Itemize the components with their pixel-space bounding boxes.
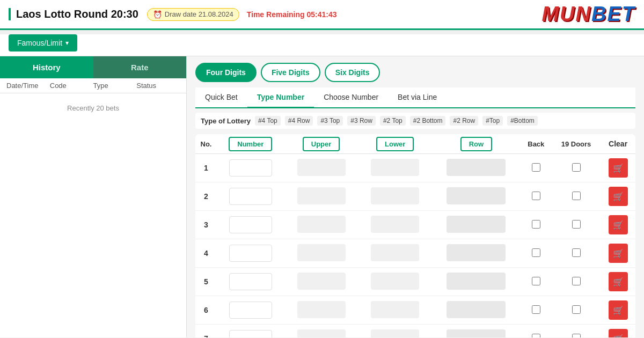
back-checkbox[interactable] — [532, 305, 540, 314]
19doors-checkbox[interactable] — [572, 192, 581, 200]
famous-limit-button[interactable]: Famous/Limit ▾ — [9, 34, 77, 52]
19doors-checkbox[interactable] — [572, 334, 581, 338]
tab-type-number[interactable]: Type Number — [247, 87, 314, 108]
col-code: Code — [50, 82, 93, 90]
delete-row-button[interactable]: 🛒 — [609, 329, 628, 337]
19doors-checkbox[interactable] — [572, 305, 581, 314]
19doors-checkbox[interactable] — [572, 163, 581, 172]
delete-row-button[interactable]: 🛒 — [609, 158, 628, 178]
header: Laos Lotto Round 20:30 ⏰ Draw date 21.08… — [0, 0, 644, 30]
delete-row-button[interactable]: 🛒 — [609, 300, 628, 320]
delete-row-button[interactable]: 🛒 — [609, 215, 628, 234]
tag-4top: #4 Top — [255, 116, 281, 126]
logo-area: MUNBET — [541, 3, 635, 26]
number-input[interactable] — [229, 245, 272, 262]
lower-field — [358, 239, 432, 268]
main-layout: History Rate Date/Time Code Type Status … — [0, 56, 644, 337]
back-checkbox-cell[interactable] — [521, 182, 552, 211]
number-input[interactable] — [229, 188, 272, 205]
number-input-cell[interactable] — [217, 154, 284, 182]
row-field — [432, 154, 521, 182]
number-input-cell[interactable] — [217, 268, 284, 296]
back-checkbox-cell[interactable] — [521, 239, 552, 268]
sidebar-tab-history[interactable]: History — [0, 56, 93, 78]
back-checkbox-cell[interactable] — [521, 325, 552, 338]
delete-row-button[interactable]: 🛒 — [609, 272, 628, 291]
delete-cell[interactable]: 🛒 — [601, 182, 635, 211]
tab-choose-number[interactable]: Choose Number — [314, 87, 388, 108]
delete-cell[interactable]: 🛒 — [601, 154, 635, 182]
tab-five-digits[interactable]: Five Digits — [261, 63, 320, 82]
back-checkbox[interactable] — [532, 277, 540, 285]
sidebar-tab-rate[interactable]: Rate — [93, 56, 187, 78]
back-checkbox-cell[interactable] — [521, 268, 552, 296]
number-input-cell[interactable] — [217, 182, 284, 211]
19doors-checkbox-cell[interactable] — [552, 268, 601, 296]
sidebar-empty-text: Recently 20 bets — [0, 93, 186, 123]
row-number: 1 — [195, 154, 217, 182]
19doors-checkbox-cell[interactable] — [552, 239, 601, 268]
delete-row-button[interactable]: 🛒 — [609, 187, 628, 206]
upper-field — [284, 154, 358, 182]
delete-cell[interactable]: 🛒 — [601, 268, 635, 296]
number-input-cell[interactable] — [217, 325, 284, 338]
19doors-checkbox[interactable] — [572, 277, 581, 285]
delete-row-button[interactable]: 🛒 — [609, 244, 628, 263]
tab-six-digits[interactable]: Six Digits — [325, 63, 380, 82]
upper-field — [284, 211, 358, 239]
number-input-cell[interactable] — [217, 211, 284, 239]
number-input-cell[interactable] — [217, 239, 284, 268]
19doors-checkbox[interactable] — [572, 220, 581, 229]
delete-cell[interactable]: 🛒 — [601, 211, 635, 239]
tag-2top: #2 Top — [380, 116, 406, 126]
back-checkbox[interactable] — [532, 334, 540, 338]
back-checkbox-cell[interactable] — [521, 154, 552, 182]
19doors-checkbox-cell[interactable] — [552, 325, 601, 338]
back-checkbox[interactable] — [532, 163, 540, 172]
lottery-type-row: Type of Lottery #4 Top #4 Row #3 Top #3 … — [195, 113, 635, 129]
tab-quick-bet[interactable]: Quick Bet — [195, 87, 247, 108]
19doors-checkbox-cell[interactable] — [552, 154, 601, 182]
19doors-checkbox-cell[interactable] — [552, 211, 601, 239]
delete-cell[interactable]: 🛒 — [601, 239, 635, 268]
col-type: Type — [93, 82, 137, 90]
lower-header-label: Lower — [376, 137, 414, 151]
tag-2row: #2 Row — [450, 116, 478, 126]
number-input[interactable] — [229, 273, 272, 290]
time-remaining-text: Time Remaining 05:41:43 — [247, 10, 337, 19]
table-row: 4 🛒 — [195, 239, 635, 268]
tag-top: #Top — [482, 116, 503, 126]
delete-cell[interactable]: 🛒 — [601, 296, 635, 325]
col-status: Status — [136, 82, 180, 90]
table-row: 2 🛒 — [195, 182, 635, 211]
draw-date-text: Draw date 21.08.2024 — [165, 10, 233, 18]
19doors-checkbox[interactable] — [572, 248, 581, 257]
row-number: 2 — [195, 182, 217, 211]
number-input-cell[interactable] — [217, 296, 284, 325]
back-checkbox[interactable] — [532, 220, 540, 229]
back-checkbox-cell[interactable] — [521, 211, 552, 239]
tab-bet-via-line[interactable]: Bet via Line — [388, 87, 447, 108]
chevron-down-icon: ▾ — [65, 39, 69, 47]
back-checkbox[interactable] — [532, 192, 540, 200]
row-number: 6 — [195, 296, 217, 325]
19doors-checkbox-cell[interactable] — [552, 296, 601, 325]
upper-field — [284, 268, 358, 296]
back-checkbox-cell[interactable] — [521, 296, 552, 325]
tag-bottom: #Bottom — [507, 116, 538, 126]
clock-icon: ⏰ — [153, 10, 162, 19]
number-input[interactable] — [229, 330, 272, 337]
col-header-19doors: 19 Doors — [552, 134, 601, 154]
col-datetime: Date/Time — [6, 82, 50, 90]
row-field — [432, 239, 521, 268]
number-input[interactable] — [229, 302, 272, 319]
digit-tabs: Four Digits Five Digits Six Digits — [195, 63, 635, 82]
back-checkbox[interactable] — [532, 248, 540, 257]
number-input[interactable] — [229, 216, 272, 233]
lottery-type-label: Type of Lottery — [201, 117, 251, 125]
tab-four-digits[interactable]: Four Digits — [195, 63, 257, 82]
row-number: 4 — [195, 239, 217, 268]
delete-cell[interactable]: 🛒 — [601, 325, 635, 338]
19doors-checkbox-cell[interactable] — [552, 182, 601, 211]
number-input[interactable] — [229, 159, 272, 177]
